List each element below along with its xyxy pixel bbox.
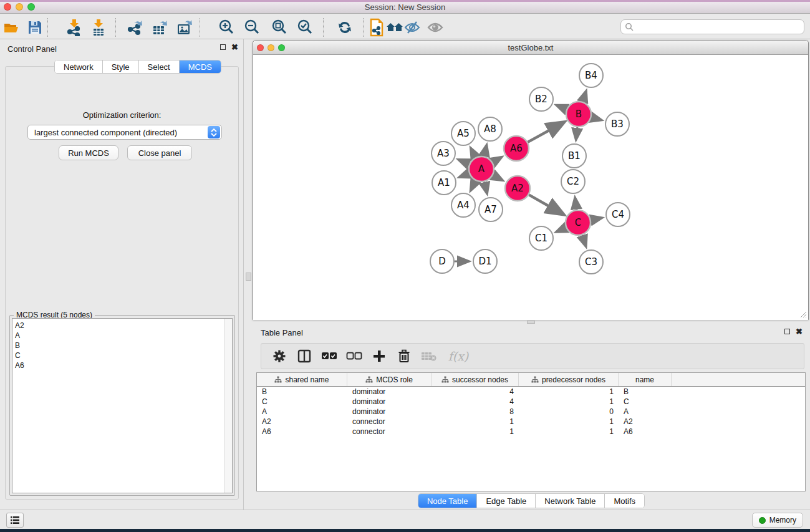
create-column-button[interactable]	[371, 348, 387, 364]
show-columns-button[interactable]	[296, 348, 312, 364]
edge-C-C2[interactable]	[575, 198, 576, 210]
import-network-button[interactable]	[65, 19, 83, 36]
zoom-in-button[interactable]	[218, 19, 235, 36]
edge-A-A8[interactable]	[484, 145, 486, 156]
network-canvas[interactable]: B4B2BB3A8A5A6A3B1AC2A1A2A4A7C4CC1C3DD1	[253, 55, 808, 320]
tab-network-table[interactable]: Network Table	[536, 494, 605, 508]
node-A5[interactable]: A5	[451, 122, 475, 145]
show-panel-button[interactable]	[427, 19, 444, 36]
edge-B-B4[interactable]	[582, 91, 586, 102]
edge-A-A5[interactable]	[471, 148, 476, 157]
node-A3[interactable]: A3	[432, 142, 455, 165]
node-C[interactable]: C	[566, 210, 591, 235]
node-D1[interactable]: D1	[473, 249, 497, 273]
edge-A-A6[interactable]	[493, 157, 502, 163]
result-item[interactable]: C	[15, 351, 224, 360]
export-network-button[interactable]	[126, 19, 143, 36]
table-row[interactable]: Bdominator41B	[257, 387, 805, 397]
node-B[interactable]: B	[566, 102, 591, 127]
open-session-button[interactable]	[2, 19, 20, 36]
result-list-scrollbar[interactable]	[224, 319, 232, 493]
edge-C-C4[interactable]	[591, 218, 602, 220]
table-settings-button[interactable]	[271, 348, 287, 364]
show-hide-panels-button[interactable]	[386, 19, 403, 36]
horizontal-splitter-handle[interactable]	[527, 321, 535, 324]
close-table-panel-icon[interactable]: ✖	[796, 329, 803, 334]
import-table-button[interactable]	[90, 19, 107, 36]
zoom-out-button[interactable]	[243, 19, 261, 36]
float-table-panel-icon[interactable]	[784, 329, 790, 334]
node-D[interactable]: D	[430, 249, 454, 273]
table-row[interactable]: A6connector11A6	[257, 427, 805, 437]
node-A1[interactable]: A1	[432, 171, 456, 195]
edge-A6-B[interactable]	[528, 122, 564, 142]
edge-A2-C[interactable]	[529, 195, 563, 214]
node-A2[interactable]: A2	[505, 176, 530, 201]
task-history-button[interactable]	[6, 513, 24, 528]
mcds-result-list[interactable]: A2ABCA6	[12, 318, 233, 493]
node-B2[interactable]: B2	[529, 87, 553, 111]
edge-A-A1[interactable]	[459, 173, 469, 177]
tab-network[interactable]: Network	[55, 60, 103, 73]
close-panel-icon[interactable]: ✖	[231, 44, 238, 50]
column-header-shared-name[interactable]: shared name	[257, 373, 347, 386]
table-row[interactable]: Cdominator41C	[257, 397, 805, 407]
result-item[interactable]: A	[15, 331, 224, 341]
table-row[interactable]: A2connector11A2	[257, 417, 805, 427]
result-item[interactable]: A2	[15, 321, 224, 331]
column-header-name[interactable]: name	[619, 373, 672, 386]
refresh-button[interactable]	[336, 19, 354, 36]
save-session-button[interactable]	[26, 19, 44, 36]
search-field[interactable]	[620, 19, 804, 34]
node-C1[interactable]: C1	[529, 226, 553, 250]
column-header-successor-nodes[interactable]: successor nodes	[432, 373, 519, 386]
close-panel-button[interactable]: Close panel	[127, 145, 192, 160]
run-mcds-button[interactable]: Run MCDS	[59, 145, 118, 160]
tab-motifs[interactable]: Motifs	[605, 494, 644, 508]
node-A[interactable]: A	[469, 157, 494, 181]
tab-select[interactable]: Select	[139, 60, 180, 73]
node-A7[interactable]: A7	[479, 198, 503, 221]
edge-C-C3[interactable]	[582, 235, 586, 246]
node-A4[interactable]: A4	[451, 193, 475, 217]
edge-C-C1[interactable]	[556, 228, 566, 232]
node-B3[interactable]: B3	[605, 112, 629, 136]
delete-column-button[interactable]	[396, 348, 412, 364]
edge-B-B1[interactable]	[576, 127, 577, 140]
export-table-button[interactable]	[151, 19, 168, 36]
node-B4[interactable]: B4	[579, 64, 603, 87]
network-from-file-button[interactable]	[368, 19, 385, 36]
result-item[interactable]: B	[15, 341, 224, 351]
column-header-MCDS-role[interactable]: MCDS role	[347, 373, 432, 386]
tab-node-table[interactable]: Node Table	[418, 494, 478, 508]
optimization-criterion-select[interactable]: largest connected component (directed)	[27, 125, 222, 140]
select-all-columns-button[interactable]	[321, 348, 337, 364]
edge-B-B3[interactable]	[591, 117, 601, 120]
edge-A-A2[interactable]	[493, 175, 503, 180]
node-A8[interactable]: A8	[478, 117, 502, 141]
table-row[interactable]: Adominator80A	[257, 407, 805, 417]
hide-panel-button[interactable]	[403, 19, 421, 36]
node-B1[interactable]: B1	[562, 144, 586, 168]
result-item[interactable]: A6	[15, 360, 224, 370]
export-image-button[interactable]	[176, 19, 193, 36]
resize-grip-icon[interactable]	[799, 311, 807, 318]
node-C2[interactable]: C2	[561, 170, 585, 193]
tab-edge-table[interactable]: Edge Table	[477, 494, 536, 508]
edge-B-B2[interactable]	[556, 105, 566, 110]
tab-mcds[interactable]: MCDS	[180, 60, 221, 73]
zoom-selected-button[interactable]	[296, 19, 314, 36]
memory-button[interactable]: Memory	[752, 513, 803, 528]
node-C4[interactable]: C4	[606, 203, 630, 226]
zoom-fit-button[interactable]	[271, 19, 288, 36]
column-header-predecessor-nodes[interactable]: predecessor nodes	[519, 373, 619, 386]
vertical-splitter-handle[interactable]	[246, 273, 251, 281]
node-A6[interactable]: A6	[504, 136, 529, 161]
search-input[interactable]	[636, 22, 804, 31]
tab-style[interactable]: Style	[103, 60, 139, 73]
edge-A-A4[interactable]	[471, 181, 476, 191]
float-panel-icon[interactable]	[220, 44, 226, 50]
deselect-all-columns-button[interactable]	[346, 348, 362, 364]
network-window-titlebar[interactable]: testGlobe.txt	[253, 41, 808, 55]
edge-A-A3[interactable]	[458, 160, 470, 164]
